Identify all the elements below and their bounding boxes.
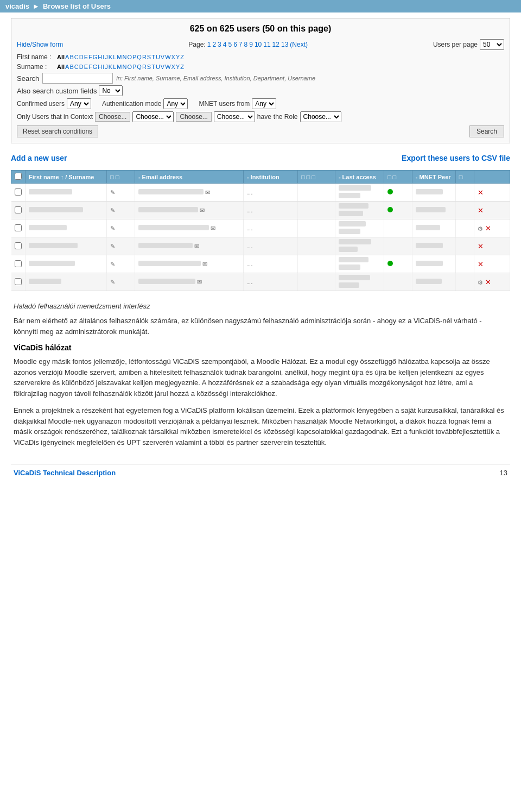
firstname-letter-z[interactable]: Z xyxy=(180,54,184,60)
hide-show-form-button[interactable]: Hide/Show form xyxy=(17,41,63,48)
surname-letter-v[interactable]: V xyxy=(161,64,164,70)
delete-icon[interactable]: ✕ xyxy=(478,260,484,268)
firstname-letter-u[interactable]: U xyxy=(156,54,160,60)
th-email[interactable]: - Email address xyxy=(135,171,243,184)
row-checkbox[interactable] xyxy=(15,206,22,213)
row-checkbox[interactable] xyxy=(15,188,22,196)
firstname-letter-k[interactable]: K xyxy=(109,54,112,60)
firstname-letter-r[interactable]: R xyxy=(142,54,147,60)
page-link-8[interactable]: 8 xyxy=(244,41,248,48)
page-link-4[interactable]: 4 xyxy=(223,41,227,48)
firstname-letter-a[interactable]: A xyxy=(65,54,69,60)
also-search-select[interactable]: No Yes xyxy=(99,85,123,96)
surname-letter-y[interactable]: Y xyxy=(176,64,180,70)
delete-icon[interactable]: ✕ xyxy=(485,278,491,286)
select-all-checkbox[interactable] xyxy=(15,173,22,180)
context-choose-button-1[interactable]: Choose... xyxy=(95,112,130,122)
edit-icon[interactable]: ✎ xyxy=(110,243,115,249)
row-checkbox[interactable] xyxy=(15,224,22,231)
mnet-select[interactable]: Any xyxy=(252,98,276,109)
th-checkbox[interactable] xyxy=(11,171,26,184)
page-next-link[interactable]: (Next) xyxy=(290,41,308,48)
surname-letter-j[interactable]: J xyxy=(105,64,108,70)
firstname-letter-h[interactable]: H xyxy=(98,54,102,60)
surname-letter-n[interactable]: N xyxy=(122,64,126,70)
firstname-letter-y[interactable]: Y xyxy=(176,54,180,60)
delete-icon[interactable]: ✕ xyxy=(485,224,491,232)
search-input[interactable] xyxy=(42,73,113,84)
page-link-7[interactable]: 7 xyxy=(239,41,243,48)
surname-letter-a[interactable]: A xyxy=(65,64,69,70)
surname-letter-p[interactable]: P xyxy=(132,64,136,70)
row-checkbox[interactable] xyxy=(15,242,22,249)
firstname-letter-j[interactable]: J xyxy=(105,54,108,60)
surname-letter-c[interactable]: C xyxy=(74,64,79,70)
add-user-link[interactable]: Add a new user xyxy=(11,154,67,162)
edit-icon[interactable]: ✎ xyxy=(110,261,115,267)
surname-letter-l[interactable]: L xyxy=(113,64,116,70)
context-dropdown-1[interactable]: Choose... xyxy=(132,111,174,122)
page-link-11[interactable]: 11 xyxy=(263,41,270,48)
page-link-2[interactable]: 2 xyxy=(212,41,216,48)
firstname-letter-all[interactable]: All xyxy=(57,54,65,60)
surname-letter-w[interactable]: W xyxy=(165,64,170,70)
confirmed-select[interactable]: Any Yes No xyxy=(67,98,91,109)
page-link-6[interactable]: 6 xyxy=(233,41,237,48)
firstname-letter-f[interactable]: F xyxy=(88,54,92,60)
th-institution[interactable]: - Institution xyxy=(243,171,297,184)
surname-letter-u[interactable]: U xyxy=(156,64,160,70)
th-name[interactable]: First name ↑ / Surname xyxy=(26,171,107,184)
firstname-letter-b[interactable]: B xyxy=(69,54,73,60)
surname-letter-d[interactable]: D xyxy=(79,64,84,70)
surname-letter-h[interactable]: H xyxy=(98,64,102,70)
surname-letter-r[interactable]: R xyxy=(142,64,147,70)
surname-letter-k[interactable]: K xyxy=(109,64,112,70)
surname-letter-g[interactable]: G xyxy=(93,64,98,70)
firstname-letter-p[interactable]: P xyxy=(132,54,136,60)
firstname-letter-m[interactable]: M xyxy=(117,54,122,60)
firstname-letter-l[interactable]: L xyxy=(113,54,116,60)
edit-icon[interactable]: ✎ xyxy=(110,279,115,285)
firstname-letter-x[interactable]: X xyxy=(171,54,175,60)
edit-icon[interactable]: ✎ xyxy=(110,207,115,213)
delete-icon[interactable]: ✕ xyxy=(478,188,484,197)
surname-letter-x[interactable]: X xyxy=(171,64,175,70)
firstname-letter-e[interactable]: E xyxy=(84,54,88,60)
page-link-3[interactable]: 3 xyxy=(218,41,221,48)
firstname-letter-i[interactable]: I xyxy=(103,54,104,60)
users-per-page-select[interactable]: 50 100 200 xyxy=(480,39,504,50)
edit2-icon[interactable]: ⚙ xyxy=(478,279,483,286)
context-choose-button-2[interactable]: Choose... xyxy=(176,112,211,122)
surname-letter-o[interactable]: O xyxy=(127,64,132,70)
page-link-9[interactable]: 9 xyxy=(249,41,253,48)
delete-icon[interactable]: ✕ xyxy=(478,242,484,250)
page-link-13[interactable]: 13 xyxy=(281,41,288,48)
surname-letter-q[interactable]: Q xyxy=(137,64,142,70)
row-checkbox[interactable] xyxy=(15,278,22,285)
firstname-letter-w[interactable]: W xyxy=(165,54,170,60)
firstname-letter-n[interactable]: N xyxy=(122,54,126,60)
page-link-1[interactable]: 1 xyxy=(207,41,211,48)
auth-mode-select[interactable]: Any xyxy=(163,98,188,109)
surname-letter-f[interactable]: F xyxy=(88,64,92,70)
surname-letter-z[interactable]: Z xyxy=(180,64,184,70)
edit2-icon[interactable]: ⚙ xyxy=(478,225,483,232)
surname-letter-e[interactable]: E xyxy=(84,64,88,70)
firstname-letter-t[interactable]: T xyxy=(151,54,155,60)
row-checkbox[interactable] xyxy=(15,260,22,267)
th-lastaccess[interactable]: - Last access xyxy=(335,171,384,184)
page-link-10[interactable]: 10 xyxy=(255,41,262,48)
surname-letter-m[interactable]: M xyxy=(117,64,122,70)
firstname-letter-g[interactable]: G xyxy=(93,54,98,60)
page-link-5[interactable]: 5 xyxy=(228,41,232,48)
firstname-letter-o[interactable]: O xyxy=(127,54,132,60)
search-button[interactable]: Search xyxy=(469,125,504,137)
firstname-letter-q[interactable]: Q xyxy=(137,54,142,60)
reset-search-button[interactable]: Reset search conditions xyxy=(17,125,98,137)
edit-icon[interactable]: ✎ xyxy=(110,189,115,196)
firstname-letter-s[interactable]: S xyxy=(147,54,151,60)
surname-letter-b[interactable]: B xyxy=(69,64,73,70)
edit-icon[interactable]: ✎ xyxy=(110,225,115,231)
page-link-12[interactable]: 12 xyxy=(272,41,279,48)
surname-letter-t[interactable]: T xyxy=(151,64,155,70)
